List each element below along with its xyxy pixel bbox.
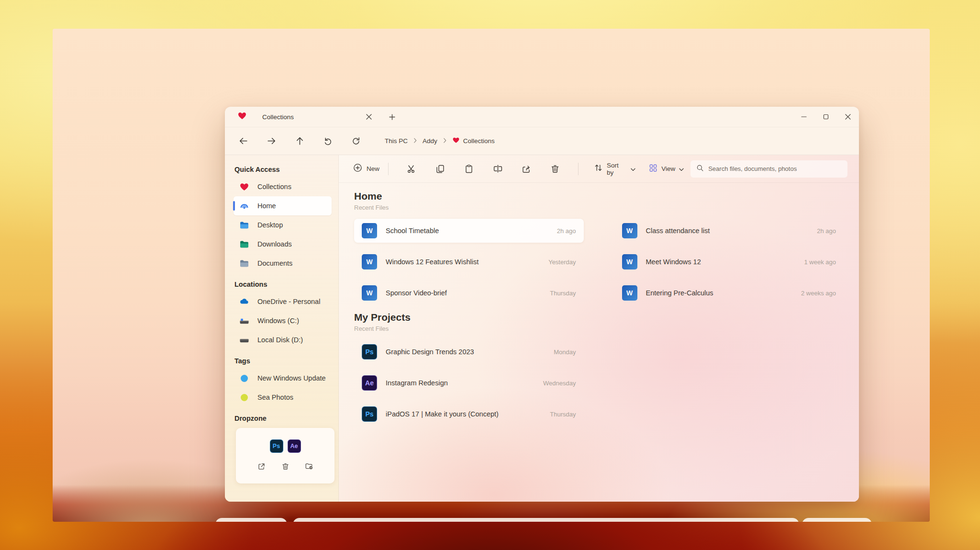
sidebar-item-home[interactable]: Home [234, 196, 332, 215]
drive-d-icon [239, 335, 249, 345]
sidebar-item-label: OneDrive - Personal [257, 298, 320, 305]
copy-icon[interactable] [434, 162, 447, 176]
section-title-my-projects: My Projects [354, 312, 844, 323]
file-row-entering-pre-calculus[interactable]: W Entering Pre-Calculus 2 weeks ago [614, 281, 844, 305]
view-label: View [661, 165, 675, 172]
sidebar-item-tag-sea-photos[interactable]: Sea Photos [234, 388, 332, 407]
photoshop-file-icon: Ps [362, 406, 377, 422]
toolbar-divider [388, 163, 389, 175]
sidebar-item-local-disk-d[interactable]: Local Disk (D:) [234, 330, 332, 349]
sidebar-item-label: Documents [257, 259, 292, 267]
up-icon[interactable] [294, 136, 305, 146]
file-area: Home Recent Files W School Timetable 2h … [339, 183, 859, 426]
file-row-graphic-design-trends-2023[interactable]: Ps Graphic Design Trends 2023 Monday [354, 340, 584, 364]
view-button[interactable]: View [649, 164, 684, 174]
file-name: Entering Pre-Calculus [646, 289, 713, 297]
sidebar-item-documents[interactable]: Documents [234, 254, 332, 273]
refresh-icon[interactable] [351, 136, 361, 146]
tags-label: Tags [234, 357, 332, 365]
sidebar: Quick Access Collections Home [225, 155, 339, 502]
taskbar-clock[interactable]: 12:12 PM Sat, March 25 [215, 518, 287, 522]
new-tab-icon[interactable] [386, 111, 398, 123]
grid-view-icon [649, 164, 657, 174]
section-subtitle: Recent Files [354, 325, 844, 332]
collections-heart-icon [237, 111, 247, 123]
breadcrumb-addy[interactable]: Addy [423, 137, 437, 145]
sidebar-item-downloads[interactable]: Downloads [234, 235, 332, 254]
dropzone-card[interactable]: Ps Ae [236, 428, 334, 483]
file-row-meet-windows-12[interactable]: W Meet Windows 12 1 week ago [614, 250, 844, 274]
tab-collections[interactable]: Collections [225, 111, 398, 123]
titlebar: Collections [225, 107, 859, 127]
home-icon [239, 201, 249, 211]
content-pane: New [339, 155, 859, 502]
delete-icon[interactable] [548, 162, 562, 176]
file-row-instagram-redesign[interactable]: Ae Instagram Redesign Wednesday [354, 371, 584, 395]
share-icon[interactable] [520, 162, 533, 176]
sidebar-item-desktop[interactable]: Desktop [234, 215, 332, 235]
undo-icon[interactable] [323, 136, 333, 146]
file-row-windows-12-features-wishlist[interactable]: W Windows 12 Features Wishlist Yesterday [354, 250, 584, 274]
sidebar-item-label: New Windows Update [257, 374, 326, 382]
breadcrumb-collections[interactable]: Collections [452, 136, 495, 146]
file-row-class-attendance-list[interactable]: W Class attendance list 2h ago [614, 219, 844, 243]
back-icon[interactable] [238, 136, 248, 146]
chevron-down-icon [631, 165, 635, 173]
quick-access-label: Quick Access [234, 166, 332, 173]
tab-close-icon[interactable] [363, 111, 375, 123]
sidebar-item-label: Windows (C:) [257, 317, 299, 325]
file-name: iPadOS 17 | Make it yours (Concept) [386, 410, 499, 418]
tag-dot-blue-icon [239, 373, 249, 383]
cut-icon[interactable] [405, 162, 418, 176]
sidebar-item-tag-new-windows-update[interactable]: New Windows Update [234, 369, 332, 388]
file-name: School Timetable [386, 227, 439, 235]
new-button[interactable]: New [353, 163, 379, 174]
heart-icon [452, 136, 460, 146]
heart-icon [239, 182, 249, 192]
file-date: 2 weeks ago [801, 290, 836, 297]
desktop-wallpaper: Collections [53, 29, 930, 522]
photoshop-app-icon[interactable]: Ps [270, 439, 283, 453]
dropzone-delete-icon[interactable] [279, 460, 291, 472]
paste-icon[interactable] [462, 162, 476, 176]
breadcrumb-label: Collections [463, 137, 495, 145]
file-row-ipados-17-concept[interactable]: Ps iPadOS 17 | Make it yours (Concept) T… [354, 402, 584, 426]
sidebar-item-windows-c[interactable]: Windows (C:) [234, 311, 332, 330]
breadcrumb: This PC Addy Collections [385, 136, 495, 146]
explorer-search-box[interactable] [690, 160, 847, 178]
file-name: Windows 12 Features Wishlist [386, 258, 479, 266]
file-row-sponsor-video-brief[interactable]: W Sponsor Video-brief Thursday [354, 281, 584, 305]
drive-c-icon [239, 316, 249, 326]
folder-gray-icon [239, 258, 249, 269]
dropzone-open-external-icon[interactable] [256, 460, 267, 472]
sidebar-item-label: Collections [257, 183, 291, 191]
forward-icon[interactable] [266, 136, 277, 146]
sidebar-item-onedrive[interactable]: OneDrive - Personal [234, 292, 332, 311]
tag-dot-yellow-icon [239, 393, 249, 403]
rename-icon[interactable] [491, 162, 504, 176]
minimize-icon[interactable] [793, 107, 815, 127]
sort-by-label: Sort by [607, 162, 627, 176]
after-effects-app-icon[interactable]: Ae [288, 439, 301, 453]
explorer-search-input[interactable] [708, 165, 842, 172]
chevron-down-icon [679, 165, 684, 173]
file-date: Wednesday [543, 380, 576, 387]
sidebar-item-collections[interactable]: Collections [234, 177, 332, 196]
file-name: Class attendance list [646, 227, 710, 235]
file-date: 2h ago [817, 227, 836, 235]
file-explorer-window: Collections [225, 107, 859, 502]
sort-by-button[interactable]: Sort by [594, 162, 635, 176]
locations-label: Locations [234, 281, 332, 288]
file-date: 1 week ago [804, 258, 836, 266]
circle-plus-icon [353, 163, 362, 174]
maximize-icon[interactable] [815, 107, 837, 127]
word-file-icon: W [622, 223, 637, 238]
dropzone-move-to-folder-icon[interactable] [303, 460, 315, 472]
word-file-icon: W [362, 285, 377, 301]
file-row-school-timetable[interactable]: W School Timetable 2h ago [354, 219, 584, 243]
window-controls [793, 107, 859, 127]
taskbar-system-tray[interactable] [802, 518, 872, 522]
breadcrumb-this-pc[interactable]: This PC [385, 137, 408, 145]
close-icon[interactable] [837, 107, 859, 127]
sidebar-item-label: Sea Photos [257, 393, 293, 401]
